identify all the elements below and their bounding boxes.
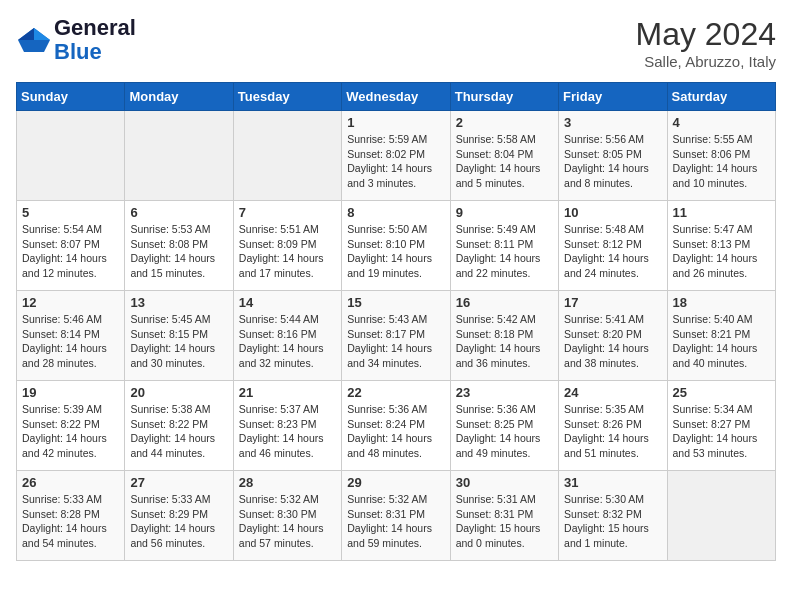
day-number: 11 — [673, 205, 770, 220]
day-number: 31 — [564, 475, 661, 490]
day-number: 12 — [22, 295, 119, 310]
sunset-text: Sunset: 8:08 PM — [130, 237, 227, 252]
day-number: 23 — [456, 385, 553, 400]
svg-marker-1 — [34, 28, 50, 40]
daylight-text: Daylight: 14 hours and 40 minutes. — [673, 341, 770, 370]
daylight-text: Daylight: 14 hours and 19 minutes. — [347, 251, 444, 280]
sunset-text: Sunset: 8:18 PM — [456, 327, 553, 342]
daylight-text: Daylight: 15 hours and 1 minute. — [564, 521, 661, 550]
sunrise-text: Sunrise: 5:42 AM — [456, 312, 553, 327]
day-number: 7 — [239, 205, 336, 220]
day-number: 25 — [673, 385, 770, 400]
sunset-text: Sunset: 8:32 PM — [564, 507, 661, 522]
calendar-cell: 31Sunrise: 5:30 AMSunset: 8:32 PMDayligh… — [559, 471, 667, 561]
sunset-text: Sunset: 8:24 PM — [347, 417, 444, 432]
calendar-cell — [233, 111, 341, 201]
sunset-text: Sunset: 8:04 PM — [456, 147, 553, 162]
daylight-text: Daylight: 14 hours and 17 minutes. — [239, 251, 336, 280]
sunset-text: Sunset: 8:21 PM — [673, 327, 770, 342]
sunset-text: Sunset: 8:05 PM — [564, 147, 661, 162]
sunrise-text: Sunrise: 5:50 AM — [347, 222, 444, 237]
weekday-header-thursday: Thursday — [450, 83, 558, 111]
daylight-text: Daylight: 14 hours and 30 minutes. — [130, 341, 227, 370]
cell-content: Sunrise: 5:47 AMSunset: 8:13 PMDaylight:… — [673, 222, 770, 281]
day-number: 1 — [347, 115, 444, 130]
sunset-text: Sunset: 8:31 PM — [456, 507, 553, 522]
daylight-text: Daylight: 14 hours and 46 minutes. — [239, 431, 336, 460]
daylight-text: Daylight: 14 hours and 15 minutes. — [130, 251, 227, 280]
calendar-week-3: 12Sunrise: 5:46 AMSunset: 8:14 PMDayligh… — [17, 291, 776, 381]
calendar-cell: 11Sunrise: 5:47 AMSunset: 8:13 PMDayligh… — [667, 201, 775, 291]
logo-icon — [16, 26, 52, 54]
calendar-cell: 3Sunrise: 5:56 AMSunset: 8:05 PMDaylight… — [559, 111, 667, 201]
calendar-cell: 12Sunrise: 5:46 AMSunset: 8:14 PMDayligh… — [17, 291, 125, 381]
day-number: 27 — [130, 475, 227, 490]
calendar-cell: 14Sunrise: 5:44 AMSunset: 8:16 PMDayligh… — [233, 291, 341, 381]
location: Salle, Abruzzo, Italy — [635, 53, 776, 70]
calendar-cell: 28Sunrise: 5:32 AMSunset: 8:30 PMDayligh… — [233, 471, 341, 561]
cell-content: Sunrise: 5:40 AMSunset: 8:21 PMDaylight:… — [673, 312, 770, 371]
sunrise-text: Sunrise: 5:54 AM — [22, 222, 119, 237]
sunset-text: Sunset: 8:17 PM — [347, 327, 444, 342]
calendar-cell: 19Sunrise: 5:39 AMSunset: 8:22 PMDayligh… — [17, 381, 125, 471]
daylight-text: Daylight: 14 hours and 5 minutes. — [456, 161, 553, 190]
day-number: 6 — [130, 205, 227, 220]
calendar-cell: 8Sunrise: 5:50 AMSunset: 8:10 PMDaylight… — [342, 201, 450, 291]
day-number: 4 — [673, 115, 770, 130]
sunset-text: Sunset: 8:20 PM — [564, 327, 661, 342]
sunrise-text: Sunrise: 5:38 AM — [130, 402, 227, 417]
daylight-text: Daylight: 14 hours and 32 minutes. — [239, 341, 336, 370]
cell-content: Sunrise: 5:43 AMSunset: 8:17 PMDaylight:… — [347, 312, 444, 371]
cell-content: Sunrise: 5:50 AMSunset: 8:10 PMDaylight:… — [347, 222, 444, 281]
cell-content: Sunrise: 5:38 AMSunset: 8:22 PMDaylight:… — [130, 402, 227, 461]
sunset-text: Sunset: 8:07 PM — [22, 237, 119, 252]
sunrise-text: Sunrise: 5:37 AM — [239, 402, 336, 417]
page-header: GeneralBlue May 2024 Salle, Abruzzo, Ita… — [16, 16, 776, 70]
daylight-text: Daylight: 14 hours and 49 minutes. — [456, 431, 553, 460]
sunrise-text: Sunrise: 5:33 AM — [130, 492, 227, 507]
daylight-text: Daylight: 14 hours and 54 minutes. — [22, 521, 119, 550]
calendar-table: SundayMondayTuesdayWednesdayThursdayFrid… — [16, 82, 776, 561]
day-number: 29 — [347, 475, 444, 490]
sunrise-text: Sunrise: 5:35 AM — [564, 402, 661, 417]
weekday-header-row: SundayMondayTuesdayWednesdayThursdayFrid… — [17, 83, 776, 111]
sunrise-text: Sunrise: 5:48 AM — [564, 222, 661, 237]
day-number: 30 — [456, 475, 553, 490]
daylight-text: Daylight: 15 hours and 0 minutes. — [456, 521, 553, 550]
calendar-cell: 16Sunrise: 5:42 AMSunset: 8:18 PMDayligh… — [450, 291, 558, 381]
daylight-text: Daylight: 14 hours and 53 minutes. — [673, 431, 770, 460]
sunset-text: Sunset: 8:11 PM — [456, 237, 553, 252]
calendar-cell: 29Sunrise: 5:32 AMSunset: 8:31 PMDayligh… — [342, 471, 450, 561]
sunrise-text: Sunrise: 5:39 AM — [22, 402, 119, 417]
sunrise-text: Sunrise: 5:36 AM — [347, 402, 444, 417]
sunset-text: Sunset: 8:10 PM — [347, 237, 444, 252]
calendar-cell: 24Sunrise: 5:35 AMSunset: 8:26 PMDayligh… — [559, 381, 667, 471]
cell-content: Sunrise: 5:56 AMSunset: 8:05 PMDaylight:… — [564, 132, 661, 191]
day-number: 15 — [347, 295, 444, 310]
cell-content: Sunrise: 5:53 AMSunset: 8:08 PMDaylight:… — [130, 222, 227, 281]
sunrise-text: Sunrise: 5:44 AM — [239, 312, 336, 327]
daylight-text: Daylight: 14 hours and 34 minutes. — [347, 341, 444, 370]
logo-text: GeneralBlue — [54, 16, 136, 64]
cell-content: Sunrise: 5:36 AMSunset: 8:24 PMDaylight:… — [347, 402, 444, 461]
day-number: 14 — [239, 295, 336, 310]
calendar-cell: 26Sunrise: 5:33 AMSunset: 8:28 PMDayligh… — [17, 471, 125, 561]
cell-content: Sunrise: 5:34 AMSunset: 8:27 PMDaylight:… — [673, 402, 770, 461]
calendar-week-2: 5Sunrise: 5:54 AMSunset: 8:07 PMDaylight… — [17, 201, 776, 291]
calendar-cell: 25Sunrise: 5:34 AMSunset: 8:27 PMDayligh… — [667, 381, 775, 471]
sunrise-text: Sunrise: 5:55 AM — [673, 132, 770, 147]
day-number: 28 — [239, 475, 336, 490]
cell-content: Sunrise: 5:37 AMSunset: 8:23 PMDaylight:… — [239, 402, 336, 461]
weekday-header-wednesday: Wednesday — [342, 83, 450, 111]
daylight-text: Daylight: 14 hours and 51 minutes. — [564, 431, 661, 460]
day-number: 10 — [564, 205, 661, 220]
cell-content: Sunrise: 5:30 AMSunset: 8:32 PMDaylight:… — [564, 492, 661, 551]
calendar-cell: 27Sunrise: 5:33 AMSunset: 8:29 PMDayligh… — [125, 471, 233, 561]
sunrise-text: Sunrise: 5:32 AM — [347, 492, 444, 507]
day-number: 22 — [347, 385, 444, 400]
cell-content: Sunrise: 5:32 AMSunset: 8:30 PMDaylight:… — [239, 492, 336, 551]
calendar-cell — [125, 111, 233, 201]
daylight-text: Daylight: 14 hours and 24 minutes. — [564, 251, 661, 280]
daylight-text: Daylight: 14 hours and 57 minutes. — [239, 521, 336, 550]
calendar-cell: 22Sunrise: 5:36 AMSunset: 8:24 PMDayligh… — [342, 381, 450, 471]
